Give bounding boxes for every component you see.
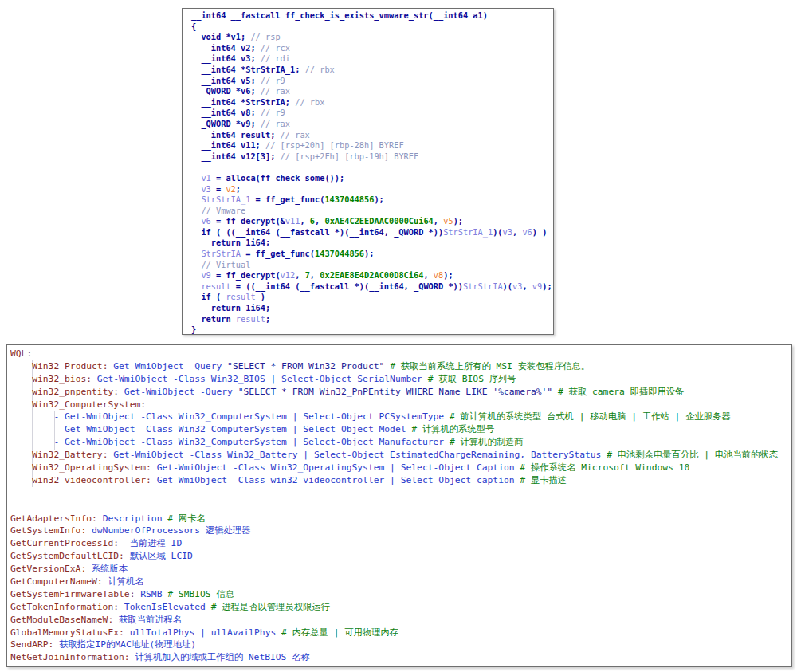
note-line: SendARP: 获取指定IP的MAC地址(物理地址) <box>10 639 791 651</box>
note-line: - Get-WmiObject -Class Win32_ComputerSys… <box>10 411 791 423</box>
note-line: GetTokenInformation: TokenIsElevated # 进… <box>10 601 791 614</box>
pseudocode-line: __int64 *StrStrIA_1; // rbx <box>191 65 553 76</box>
note-line: win32_pnpentity: Get-WmiObject -Query "S… <box>10 386 791 399</box>
pseudocode-line: StrStrIA = ff_get_func(1437044856); <box>191 249 553 260</box>
pseudocode-line: _QWORD *v9; // rax <box>191 119 553 130</box>
pseudocode-line: if ( result ) <box>191 292 553 303</box>
pseudocode-line: __int64 v2; // rcx <box>191 43 553 54</box>
pseudocode-line: // Vmware <box>191 206 553 217</box>
note-line: Win32_ComputerSystem: <box>10 399 791 411</box>
wql-notes-editor[interactable]: WQL: Win32_Product: Get-WmiObject -Query… <box>10 348 791 664</box>
pseudocode-line: __int64 __fastcall ff_check_is_exists_vm… <box>191 10 553 22</box>
pseudocode-line: v9 = ff_decrypt(v12, 7, 0x2EAE8E4D2AC00D… <box>191 270 553 281</box>
pseudocode-line: return 1i64; <box>191 303 553 314</box>
note-line: - Get-WmiObject -Class Win32_ComputerSys… <box>10 423 791 436</box>
note-line: Win32_Battery: Get-WmiObject -Class Win3… <box>10 449 791 462</box>
note-line: GetSystemInfo: dwNumberOfProcessors 逻辑处理… <box>10 525 791 537</box>
pseudocode-line <box>191 162 553 173</box>
note-line: - Get-WmiObject -Class Win32_ComputerSys… <box>10 436 791 449</box>
note-line: Win32_OperatingSystem: Get-WmiObject -Cl… <box>10 462 791 474</box>
note-line: GetSystemDefaultLCID: 默认区域 LCID <box>10 550 791 563</box>
pseudocode-line: __int64 v11; // [rsp+20h] [rbp-28h] BYRE… <box>191 140 553 151</box>
pseudocode-line: __int64 v3; // rdi <box>191 53 553 65</box>
pseudocode-line: { <box>191 22 553 33</box>
pseudocode-line: return result; <box>191 314 553 325</box>
pseudocode-line: __int64 v8; // r9 <box>191 108 553 119</box>
pseudocode-line: result = ((__int64 (__fastcall *)(__int6… <box>191 281 553 293</box>
note-line <box>10 500 791 513</box>
note-line: win32_videocontroller: Get-WmiObject -Cl… <box>10 474 791 487</box>
note-line <box>10 487 791 500</box>
pseudocode-editor[interactable]: __int64 __fastcall ff_check_is_exists_vm… <box>191 10 553 335</box>
note-line: GetVersionExA: 系统版本 <box>10 563 791 576</box>
note-line: Win32_Product: Get-WmiObject -Query "SEL… <box>10 360 791 373</box>
pseudocode-line: StrStrIA_1 = ff_get_func(1437044856); <box>191 195 553 206</box>
note-line: win32_bios: Get-WmiObject -Class Win32_B… <box>10 373 791 386</box>
pseudocode-line: __int64 v12[3]; // [rsp+2Fh] [rbp-19h] B… <box>191 151 553 163</box>
pseudocode-line: // Virtual <box>191 260 553 271</box>
pseudocode-line: if ( ((__int64 (__fastcall *)(__int64, _… <box>191 227 553 238</box>
note-line: GetAdaptersInfo: Description # 网卡名 <box>10 513 791 525</box>
pseudocode-line: __int64 result; // rax <box>191 130 553 141</box>
note-line: GetCurrentProcessId: 当前进程 ID <box>10 537 791 550</box>
pseudocode-line: void *v1; // rsp <box>191 32 553 43</box>
pseudocode-line: __int64 v5; // r9 <box>191 76 553 87</box>
note-line: NetGetJoinInformation: 计算机加入的域或工作组的 NetB… <box>10 651 791 664</box>
pseudocode-line: _QWORD *v6; // rax <box>191 86 553 97</box>
pseudocode-line: return 1i64; <box>191 238 553 249</box>
note-line: GetSystemFirmwareTable: RSMB # SMBIOS 信息 <box>10 588 791 601</box>
note-line: WQL: <box>10 348 791 360</box>
pseudocode-panel[interactable]: __int64 __fastcall ff_check_is_exists_vm… <box>182 8 554 335</box>
pseudocode-line: } <box>191 324 553 335</box>
wql-notes-panel[interactable]: WQL: Win32_Product: Get-WmiObject -Query… <box>6 344 792 667</box>
pseudocode-line: v3 = v2; <box>191 184 553 195</box>
pseudocode-line: __int64 *StrStrIA; // rbx <box>191 97 553 108</box>
pseudocode-line: v1 = alloca(ff_check_some()); <box>191 173 553 184</box>
indent-guide <box>190 10 190 334</box>
note-line: GetModuleBaseNameW: 获取当前进程名 <box>10 614 791 627</box>
pseudocode-line: v6 = ff_decrypt(&v11, 6, 0xAE4C2EEDAAC00… <box>191 216 553 227</box>
note-line: GetComputerNameW: 计算机名 <box>10 576 791 588</box>
note-line: GlobalMemoryStatusEx: ullTotalPhys | ull… <box>10 627 791 639</box>
